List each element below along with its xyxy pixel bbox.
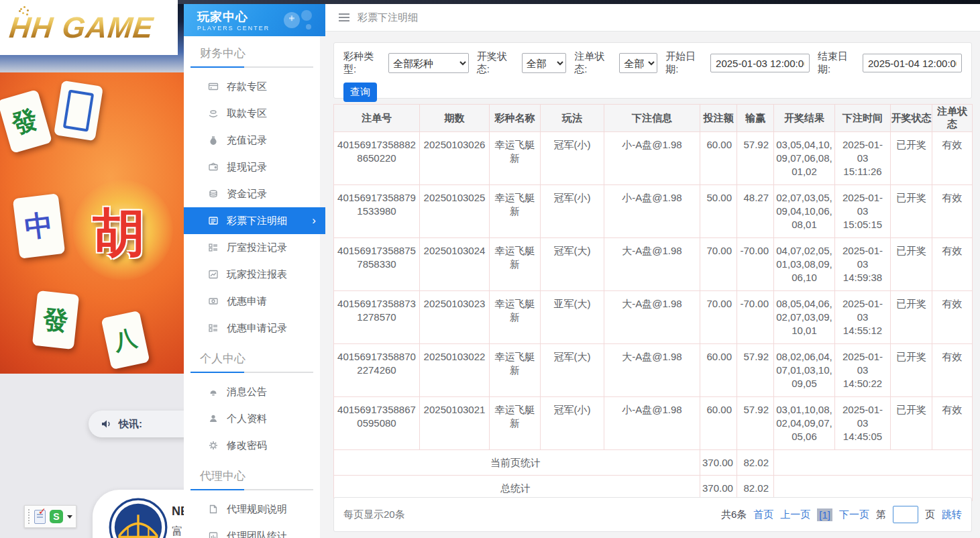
mahjong-tile: 中 [13, 193, 65, 259]
green-s-icon[interactable]: S [50, 510, 63, 523]
sidebar-item-agent-rules[interactable]: 代理规则说明 [184, 496, 320, 523]
site-logo[interactable]: HH GAME [0, 0, 178, 55]
news-ticker[interactable]: 快讯: [89, 411, 184, 437]
prev-page-link[interactable]: 上一页 [780, 508, 810, 521]
withdraw-hand-icon [208, 108, 219, 119]
section-underline [190, 489, 313, 490]
cell-play-type: 亚军(大) [541, 291, 604, 344]
page-summary-label: 当前页统计 [334, 450, 700, 476]
page-jump-input[interactable] [893, 506, 918, 523]
sidebar-item-recharge-records[interactable]: 充值记录 [184, 127, 320, 154]
sidebar-item-lottery-bet-details[interactable]: 彩票下注明细 › [184, 207, 325, 234]
cell-bet-time: 2025-01-03 14:45:05 [835, 397, 891, 450]
cell-bet-info: 小-A盘@1.98 [604, 185, 700, 238]
lottery-type-select[interactable]: 全部彩种 [388, 53, 469, 73]
coupon-records-icon [208, 323, 219, 333]
sidebar-item-player-bet-report[interactable]: 玩家投注报表 [184, 261, 320, 288]
cell-period: 20250103025 [420, 185, 490, 238]
sidebar-item-deposit[interactable]: 存款专区 [184, 73, 320, 100]
caret-down-icon[interactable] [67, 515, 72, 519]
col-bet-id: 注单号 [334, 105, 420, 132]
cell-draw-result: 03,05,04,10,09,07,06,08,01,02 [774, 132, 835, 185]
user-icon [208, 413, 219, 424]
cell-bet-id: 401569173588791533980 [334, 185, 420, 238]
nba-card-subtitle: 富 [172, 525, 182, 538]
sidebar-item-fund-records[interactable]: 资金记录 [184, 180, 320, 207]
table-row: 401569173588670595080 20250103021 幸运飞艇新 … [334, 397, 973, 450]
page-summary-empty [774, 450, 973, 476]
sidebar-item-promo-apply-records[interactable]: 优惠申请记录 [184, 315, 320, 341]
total-count-text: 共6条 [721, 508, 747, 521]
desktop-floating-toolbar[interactable]: S [24, 505, 76, 528]
cell-lottery-name: 幸运飞艇新 [490, 238, 541, 291]
cell-period: 20250103026 [420, 132, 490, 185]
cell-win-loss: -70.00 [737, 291, 774, 344]
page-summary-win-total: 82.02 [737, 450, 774, 476]
gamepad-icon [277, 7, 319, 35]
table-row: 401569173588731278570 20250103023 幸运飞艇新 … [334, 291, 973, 344]
first-page-link[interactable]: 首页 [753, 508, 773, 521]
gear-icon [208, 440, 219, 451]
search-button[interactable]: 查询 [343, 83, 377, 102]
draw-status-select[interactable]: 全部 [522, 53, 567, 73]
next-page-link[interactable]: 下一页 [839, 508, 869, 521]
cell-play-type: 冠军(小) [541, 185, 604, 238]
section-underline [190, 372, 313, 373]
sidebar-item-announcements[interactable]: 消息公告 [184, 378, 320, 405]
cell-order-status: 有效 [932, 344, 973, 397]
jump-suffix: 页 [925, 508, 935, 521]
col-play-type: 玩法 [541, 105, 604, 132]
sidebar-item-hall-bet-records[interactable]: 厅室投注记录 [184, 234, 320, 261]
cell-bet-time: 2025-01-03 15:11:26 [835, 132, 891, 185]
sidebar-item-change-password[interactable]: 修改密码 [184, 432, 320, 459]
cell-order-status: 有效 [932, 291, 973, 344]
sidebar-item-promo-apply[interactable]: 优惠申请 [184, 288, 320, 315]
drag-handle[interactable] [28, 509, 30, 524]
col-bet-info: 下注信息 [604, 105, 700, 132]
end-date-input[interactable] [863, 54, 962, 72]
order-status-select[interactable]: 全部 [619, 53, 657, 73]
cell-bet-amount: 70.00 [700, 238, 737, 291]
cell-lottery-name: 幸运飞艇新 [490, 397, 541, 450]
start-date-label: 开始日期: [665, 50, 708, 76]
cell-lottery-name: 幸运飞艇新 [490, 344, 541, 397]
cell-win-loss: -70.00 [737, 238, 774, 291]
sidebar-item-agent-team-stats[interactable]: 代理团队统计 [184, 523, 320, 538]
cell-bet-id: 401569173588757858330 [334, 238, 420, 291]
table-row: 401569173588702274260 20250103022 幸运飞艇新 … [334, 344, 973, 397]
table-header-row: 注单号 期数 彩种名称 玩法 下注信息 投注额 输赢 开奖结果 下注时间 开奖状… [334, 105, 973, 132]
section-title-personal: 个人中心 [200, 351, 320, 366]
left-backdrop: 發 中 發 八 胡 快讯: [0, 0, 184, 538]
doc-check-icon[interactable] [34, 510, 46, 524]
news-ticker-label: 快讯: [119, 418, 142, 431]
table-row: 401569173588757858330 20250103024 幸运飞艇新 … [334, 238, 973, 291]
cell-win-loss: 48.27 [737, 185, 774, 238]
cell-period: 20250103023 [420, 291, 490, 344]
end-date-label: 结束日期: [818, 50, 860, 76]
mahjong-promo-image: 發 中 發 八 胡 [0, 0, 184, 374]
cell-period: 20250103021 [420, 397, 490, 450]
cell-draw-status: 已开奖 [891, 344, 932, 397]
nba-news-card[interactable]: NE 富 [93, 490, 184, 538]
col-draw-status: 开奖状态 [891, 105, 932, 132]
cell-bet-time: 2025-01-03 14:55:12 [835, 291, 891, 344]
page: 發 中 發 八 胡 快讯: [0, 0, 980, 538]
money-bag-icon [208, 135, 219, 146]
start-date-input[interactable] [710, 54, 810, 72]
jump-button[interactable]: 跳转 [942, 508, 962, 521]
draw-status-label: 开奖状态: [477, 50, 519, 76]
cell-draw-status: 已开奖 [891, 185, 932, 238]
page-size-text: 每页显示20条 [343, 508, 405, 521]
current-page-indicator[interactable]: [1] [817, 508, 832, 521]
sidebar-item-withdraw-records[interactable]: 提现记录 [184, 154, 320, 180]
hamburger-icon[interactable] [339, 13, 349, 21]
sidebar-header: 玩家中心 PLAYERS CENTER [184, 4, 325, 36]
sidebar-item-profile[interactable]: 个人资料 [184, 405, 320, 432]
cell-order-status: 有效 [932, 132, 973, 185]
cell-order-status: 有效 [932, 238, 973, 291]
sidebar-item-withdraw[interactable]: 取款专区 [184, 100, 320, 127]
section-title-finance: 财务中心 [200, 46, 320, 61]
cell-bet-info: 小-A盘@1.98 [604, 132, 700, 185]
cell-bet-id: 401569173588731278570 [334, 291, 420, 344]
cell-draw-result: 08,02,06,04,07,01,03,10,09,05 [774, 344, 835, 397]
